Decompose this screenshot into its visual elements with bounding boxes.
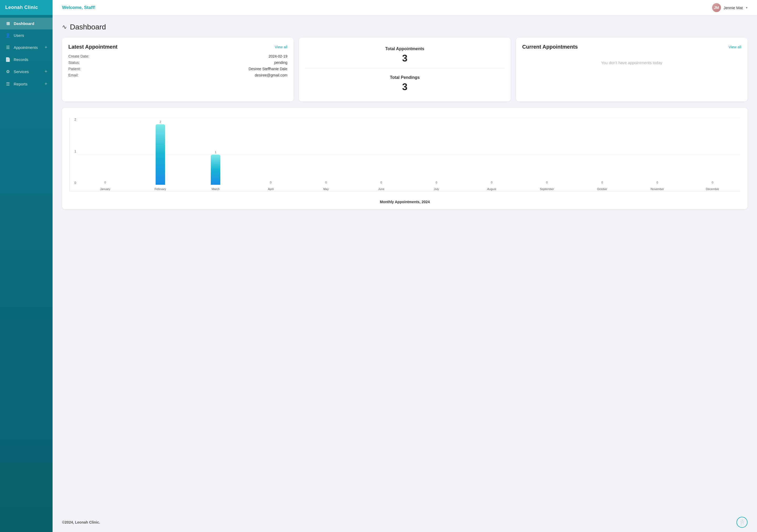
footer: ©2024, Leonah Clinic. 🦷 [52,513,757,532]
y-label-1: 1 [70,150,76,153]
sidebar-label-users: Users [14,33,24,38]
total-pendings-label: Total Pendings [305,75,504,80]
latest-view-all-link[interactable]: View all [275,45,287,49]
current-view-all-link[interactable]: View all [729,45,741,49]
sidebar-item-users[interactable]: 👤 Users [0,29,52,41]
latest-card-header: Latest Appointment View all [68,44,287,50]
latest-card-title: Latest Appointment [68,44,117,50]
sidebar-label-services: Services [14,70,29,74]
appointments-plus-icon[interactable]: + [45,45,47,50]
total-appointments-section: Total Appointments 3 [305,44,504,68]
chart-col-october: 0 October [575,118,630,185]
col-label-june: June [378,188,384,191]
welcome-message: Welcome, Staff! [62,5,95,10]
services-plus-icon[interactable]: + [45,69,47,74]
email-value: desiree@gmail.com [255,73,287,77]
status-value: pending [274,60,287,65]
patient-label: Patient: [68,67,81,71]
col-label-april: April [268,188,274,191]
chart-y-labels: 2 1 0 [70,118,76,191]
col-label-july: July [434,188,439,191]
create-date-value: 2024-02-19 [269,54,288,58]
bar-value-june: 0 [380,181,382,184]
create-date-label: Create Date: [68,54,89,58]
sidebar-label-appointments: Appointments [14,45,38,50]
sidebar: Leonah Clinic ⊞ Dashboard 👤 Users ☰ Appo… [0,0,52,532]
footer-copyright: ©2024, Leonah Clinic. [62,520,100,524]
current-card-title: Current Appointments [522,44,578,50]
col-label-november: November [651,188,664,191]
col-label-october: October [597,188,607,191]
totals-card: Total Appointments 3 Total Pendings 3 [299,38,511,102]
sidebar-item-records[interactable]: 📄 Records [0,54,52,66]
chevron-down-icon: ▾ [746,6,747,10]
status-row: Status: pending [68,60,287,65]
appointment-info: Create Date: 2024-02-19 Status: pending … [68,54,287,77]
chart-columns: 0 January 2 February 1 March 0 April 0 M… [77,118,740,191]
sidebar-logo: Leonah Clinic [0,0,52,15]
bar-value-march: 1 [215,151,216,154]
chart-col-november: 0 November [630,118,685,185]
sidebar-nav: ⊞ Dashboard 👤 Users ☰ Appointments + 📄 R… [0,15,52,532]
bar-value-september: 0 [546,181,548,184]
bar-value-december: 0 [712,181,713,184]
bar-value-february: 2 [160,120,161,124]
sidebar-item-reports[interactable]: ☰ Reports + [0,78,52,90]
users-icon: 👤 [5,33,11,38]
status-label: Status: [68,60,80,65]
user-menu[interactable]: JM Jennie Mat ▾ [712,3,747,12]
page-title-row: ∿ Dashboard [62,23,747,31]
cards-row: Latest Appointment View all Create Date:… [62,38,747,102]
col-label-december: December [706,188,719,191]
y-label-0: 0 [70,181,76,185]
appointments-icon: ☰ [5,45,11,50]
bar-march [211,155,220,185]
bar-value-april: 0 [270,181,272,184]
total-pendings-value: 3 [305,81,504,93]
bar-value-august: 0 [491,181,493,184]
avatar: JM [712,3,721,12]
sidebar-item-dashboard[interactable]: ⊞ Dashboard [0,17,52,29]
chart-wrapper: 2 1 0 0 January 2 February 1 March 0 [69,118,740,204]
chart-title: Monthly Appointments, 2024 [69,200,740,204]
col-label-september: September [540,188,554,191]
dashboard-icon: ⊞ [5,21,11,26]
current-appointments-card: Current Appointments View all You don't … [516,38,747,102]
sidebar-label-reports: Reports [14,82,28,86]
reports-plus-icon[interactable]: + [45,81,47,87]
services-icon: ⚙ [5,69,11,74]
col-label-february: February [155,188,166,191]
total-pendings-section: Total Pendings 3 [305,73,504,95]
email-label: Email: [68,73,78,77]
chart-col-december: 0 December [685,118,740,185]
sidebar-item-services[interactable]: ⚙ Services + [0,66,52,78]
col-label-may: May [323,188,329,191]
patient-row: Patient: Desiree Steffhanie Dale [68,67,287,71]
bar-value-november: 0 [656,181,658,184]
current-card-header: Current Appointments View all [522,44,741,50]
page-title: Dashboard [70,23,106,31]
records-icon: 📄 [5,57,11,62]
username: Jennie Mat [724,6,743,10]
sidebar-item-appointments[interactable]: ☰ Appointments + [0,41,52,54]
chart-col-march: 1 March [188,118,243,185]
chart-col-april: 0 April [243,118,298,185]
chart-col-february: 2 February [133,118,188,185]
sidebar-label-dashboard: Dashboard [14,21,34,26]
col-label-january: January [100,188,110,191]
header: Welcome, Staff! JM Jennie Mat ▾ [52,0,757,15]
latest-appointment-card: Latest Appointment View all Create Date:… [62,38,293,102]
page-content: ∿ Dashboard Latest Appointment View all … [52,15,757,513]
chart-col-september: 0 September [519,118,575,185]
chart-col-may: 0 May [298,118,353,185]
y-label-2: 2 [70,118,76,121]
col-label-august: August [487,188,496,191]
chart-col-july: 0 July [409,118,464,185]
chart-card: 2 1 0 0 January 2 February 1 March 0 [62,108,747,209]
reports-icon: ☰ [5,81,11,86]
footer-logo-icon: 🦷 [737,517,747,528]
bar-value-january: 0 [104,181,106,184]
bar-value-july: 0 [436,181,437,184]
sidebar-label-records: Records [14,57,28,62]
col-label-march: March [212,188,220,191]
